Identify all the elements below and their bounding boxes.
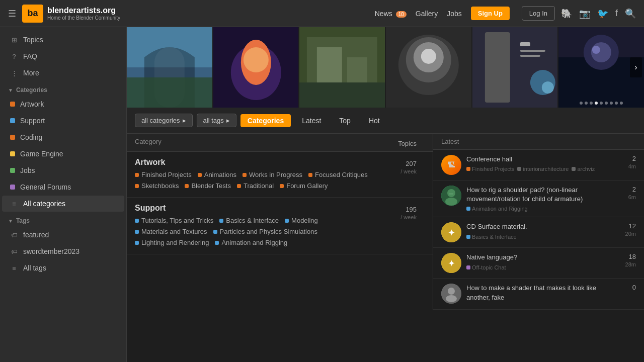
logo-text-block: blenderartists.org Home of the Blender C… [47,6,120,21]
latest-post-title[interactable]: CD Surface material. [466,222,613,231]
banner-next-arrow[interactable]: › [630,57,642,77]
sidebar-item-swordtember2023[interactable]: 🏷 swordtember2023 [2,243,124,259]
latest-post-title[interactable]: How to make a shader that makes it look … [466,284,613,302]
sidebar-item-general-forums[interactable]: General Forums [2,179,124,195]
sub-tutorials[interactable]: Tutorials, Tips and Tricks [135,217,213,224]
latest-item: How to rig a shoulder pad? (non-linear m… [433,180,644,217]
svg-point-17 [421,49,436,64]
sub-dot-icon [285,219,289,223]
meta-dot-icon [517,167,521,171]
sidebar-item-support[interactable]: Support [2,113,124,129]
topics-label: Topics [23,36,43,44]
sub-forum-gallery[interactable]: Forum Gallery [280,182,328,190]
latest-content: How to rig a shoulder pad? (non-linear m… [466,186,613,212]
banner-image-2 [213,27,299,108]
sub-animations[interactable]: Animations [198,171,236,178]
banner-image-4 [386,27,471,108]
sub-animation-rigging[interactable]: Animation and Rigging [215,239,287,246]
twitter-icon[interactable]: 🐦 [597,8,608,19]
post-tag-2[interactable]: archviz [572,166,595,172]
sub-traditional[interactable]: Traditional [237,182,274,190]
categories-section[interactable]: ▼ Categories [0,81,126,96]
avatar [441,186,461,206]
artwork-count: 207 [406,160,417,167]
sidebar-item-all-categories[interactable]: ≡ All categories [2,196,124,212]
support-category-info: Support Tutorials, Tips and Tricks Basic… [135,204,374,248]
sub-basics-interface[interactable]: Basics & Interface [219,217,279,224]
faq-icon: ? [10,52,18,60]
sidebar-item-topics[interactable]: ⊞ Topics [2,32,124,48]
sub-label: Animations [204,171,236,178]
site-logo[interactable]: ba blenderartists.org Home of the Blende… [22,5,120,23]
news-link[interactable]: News 10 [375,10,407,18]
latest-post-title[interactable]: Conference hall [466,155,613,164]
latest-post-title[interactable]: Native language? [466,253,613,262]
sub-modeling[interactable]: Modeling [285,217,318,224]
sub-sketchbooks[interactable]: Sketchbooks [135,182,179,190]
reply-count: 18 [621,253,636,260]
facebook-icon[interactable]: f [615,8,618,19]
all-tags-filter[interactable]: all tags ▸ [197,114,236,127]
sub-finished-projects[interactable]: Finished Projects [135,171,192,178]
sub-works-in-progress[interactable]: Works in Progress [243,171,302,178]
sub-dot-icon [135,184,139,188]
login-button[interactable]: Log In [522,6,555,21]
sub-label: Modeling [291,217,318,224]
tab-categories[interactable]: Categories [240,114,291,127]
sidebar-item-game-engine[interactable]: Game Engine [2,146,124,162]
banner-image-6: › [558,27,644,108]
signup-button[interactable]: Sign Up [471,7,510,20]
sidebar-item-faq[interactable]: ? FAQ [2,48,124,64]
post-category[interactable]: Basics & Interface [466,234,517,240]
artwork-category-name[interactable]: Artwork [135,158,374,167]
search-icon[interactable]: 🔍 [625,8,636,19]
post-category[interactable]: Finished Projects [466,166,514,172]
sub-blender-tests[interactable]: Blender Tests [185,182,231,190]
svg-point-39 [448,288,455,295]
nav-links: News 10 Gallery Jobs Sign Up Log In [375,6,555,21]
support-per-week: / week [400,214,417,220]
sidebar-item-jobs[interactable]: Jobs [2,162,124,178]
post-time: 6m [628,194,636,200]
support-category-name[interactable]: Support [135,204,374,213]
tab-latest[interactable]: Latest [295,114,328,127]
gallery-link[interactable]: Gallery [416,10,438,18]
post-category[interactable]: Off-topic Chat [466,264,506,270]
sub-particles-physics[interactable]: Particles and Physics Simulations [213,228,317,235]
banner-image-3 [299,27,385,108]
jobs-link[interactable]: Jobs [447,10,462,18]
svg-rect-22 [520,55,540,57]
sub-dot-icon [185,184,189,188]
sidebar-item-coding[interactable]: Coding [2,129,124,145]
all-categories-filter-label: all categories [141,117,180,124]
sub-lighting-rendering[interactable]: Lighting and Rendering [135,239,209,246]
sub-focused-critiques[interactable]: Focused Critiques [308,171,368,178]
svg-point-7 [244,47,269,72]
sidebar-item-featured[interactable]: 🏷 featured [2,227,124,243]
sub-dot-icon [198,173,202,177]
post-category[interactable]: Animation and Rigging [466,206,528,212]
mastodon-icon[interactable]: 🐘 [561,8,572,19]
tags-section-label: Tags [16,217,30,224]
coding-color-dot [10,135,15,140]
latest-post-title[interactable]: How to rig a shoulder pad? (non-linear m… [466,186,613,204]
artwork-topics-count: 207 / week [374,158,425,191]
sidebar-item-more[interactable]: ⋮ More [2,65,124,81]
post-tag-1[interactable]: interiorarchitecture [517,166,569,172]
sub-label: Lighting and Rendering [141,239,209,246]
latest-content: Native language? Off-topic Chat [466,253,613,270]
tab-hot[interactable]: Hot [362,114,387,127]
all-categories-filter[interactable]: all categories ▸ [135,114,193,127]
instagram-icon[interactable]: 📷 [579,8,590,19]
tags-section[interactable]: ▼ Tags [0,212,126,226]
sidebar-item-all-tags[interactable]: ≡ All tags [2,260,124,276]
sub-materials-textures[interactable]: Materials and Textures [135,228,207,235]
hamburger-menu[interactable]: ☰ [8,8,16,19]
site-subtitle: Home of the Blender Community [47,15,120,21]
banner-carousel: › [127,27,644,108]
sidebar-item-artwork[interactable]: Artwork [2,96,124,112]
svg-rect-3 [127,77,212,108]
support-topics-count: 195 / week [374,204,425,248]
category-table: Category Topics Artwork Finished Project… [127,134,433,310]
tab-top[interactable]: Top [332,114,358,127]
